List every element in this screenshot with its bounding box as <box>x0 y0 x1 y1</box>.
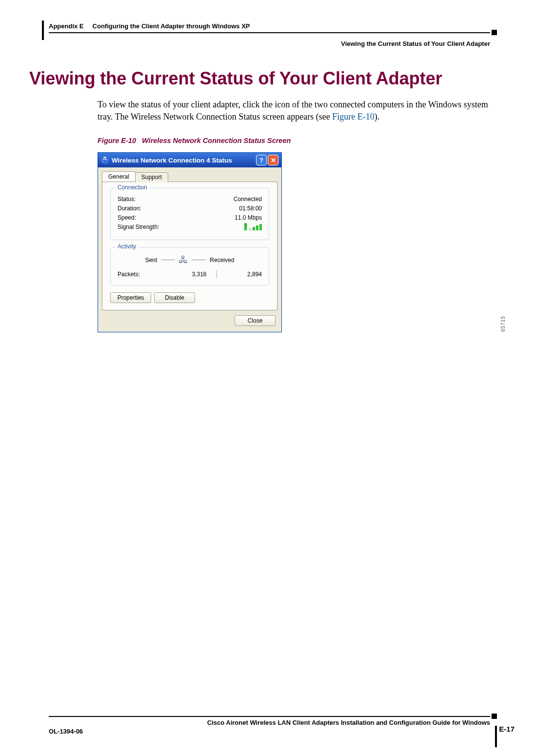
speed-label: Speed: <box>118 214 136 221</box>
computers-icon: 🖧 <box>178 254 188 266</box>
duration-label: Duration: <box>118 205 141 212</box>
footer-doc-number: OL-1394-06 <box>49 728 83 735</box>
tab-body: Connection Status: Connected Duration: 0… <box>102 182 277 310</box>
figure-label: Figure E-10 <box>98 137 136 144</box>
figure-title: Wireless Network Connection Status Scree… <box>142 137 291 144</box>
close-button[interactable]: Close <box>235 315 276 326</box>
status-value: Connected <box>234 196 262 203</box>
figure-caption: Figure E-10 Wireless Network Connection … <box>98 137 490 144</box>
packets-label: Packets: <box>118 271 161 278</box>
header-left: Appendix E Configuring the Client Adapte… <box>49 22 250 30</box>
para-after: ). <box>375 112 380 122</box>
figure-id-number: 65715 <box>500 316 506 332</box>
footer-guide-title: Cisco Aironet Wireless LAN Client Adapte… <box>207 719 490 726</box>
tab-general[interactable]: General <box>102 171 136 182</box>
packets-sent: 3,316 <box>161 271 217 278</box>
duration-value: 01:58:00 <box>239 205 262 212</box>
para-before: To view the status of your client adapte… <box>98 100 488 122</box>
packets-received: 2,894 <box>217 271 262 278</box>
connection-group: Connection Status: Connected Duration: 0… <box>110 188 269 240</box>
activity-line-right <box>192 260 206 260</box>
signal-label: Signal Strength: <box>118 224 159 230</box>
dialog-titlebar[interactable]: ⊤ Wireless Network Connection 4 Status ?… <box>98 153 281 167</box>
sent-label: Sent <box>145 257 158 264</box>
tab-bar: General Support <box>102 171 277 182</box>
signal-strength-icon: ⍑ <box>244 224 262 230</box>
activity-group: Activity Sent 🖧 Received Packets: 3,316 <box>110 247 269 286</box>
speed-value: 11.0 Mbps <box>235 214 262 221</box>
header-left-bar <box>42 20 44 40</box>
appendix-label: Appendix E <box>49 22 84 30</box>
footer-page-number: E-17 <box>499 725 514 733</box>
footer-rule <box>49 716 490 717</box>
close-icon[interactable]: ✕ <box>268 155 278 165</box>
footer-right-marker <box>492 714 497 719</box>
status-label: Status: <box>118 196 136 203</box>
status-dialog: ⊤ Wireless Network Connection 4 Status ?… <box>98 152 282 332</box>
header-right-marker <box>492 30 497 35</box>
header-rule <box>49 32 490 33</box>
activity-legend: Activity <box>116 243 138 250</box>
page-heading: Viewing the Current Status of Your Clien… <box>29 68 490 89</box>
appendix-title: Configuring the Client Adapter through W… <box>93 22 250 30</box>
dialog-title: Wireless Network Connection 4 Status <box>112 157 232 164</box>
received-label: Received <box>210 257 234 264</box>
activity-line-left <box>161 260 175 260</box>
help-button[interactable]: ? <box>256 155 267 165</box>
figure-link[interactable]: Figure E-10 <box>332 112 374 122</box>
footer-right-bar <box>495 726 497 747</box>
section-title: Viewing the Current Status of Your Clien… <box>341 40 490 47</box>
connection-legend: Connection <box>116 184 149 191</box>
intro-paragraph: To view the status of your client adapte… <box>98 99 490 123</box>
wireless-icon: ⊤ <box>101 156 109 164</box>
tab-support[interactable]: Support <box>135 172 168 183</box>
properties-button[interactable]: Properties <box>110 292 151 303</box>
disable-button[interactable]: Disable <box>154 292 195 303</box>
